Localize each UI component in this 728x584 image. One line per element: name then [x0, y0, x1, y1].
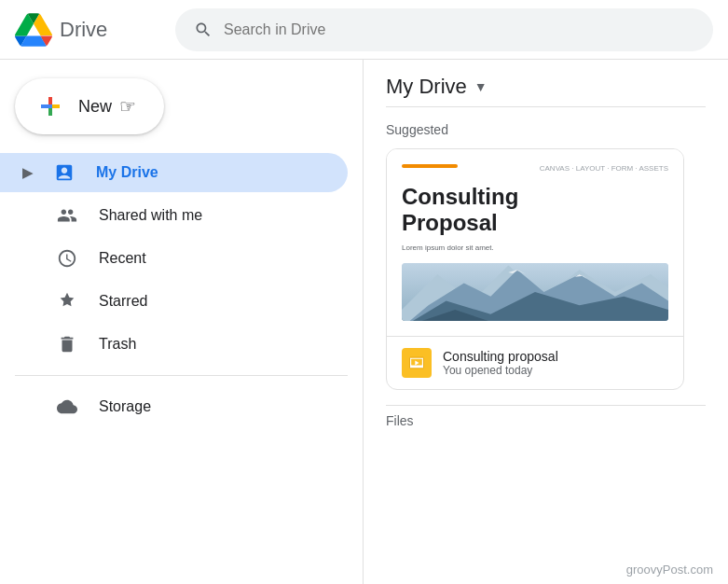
dropdown-arrow-icon[interactable]: ▼ — [474, 79, 488, 94]
drive-icon — [51, 162, 77, 183]
svg-rect-5 — [52, 104, 60, 108]
new-button-label: New — [78, 97, 112, 117]
slides-icon — [402, 348, 432, 378]
sidebar-item-trash-label: Trash — [99, 336, 136, 353]
content-area: My Drive ▼ Suggested CANVAS · LAYOUT · F… — [364, 60, 728, 584]
files-section-label: Files — [386, 405, 706, 428]
sidebar-divider — [15, 375, 348, 376]
new-button[interactable]: New ☞ — [15, 78, 164, 134]
sidebar-item-my-drive-label: My Drive — [96, 164, 158, 181]
sidebar-item-starred[interactable]: Starred — [0, 282, 348, 321]
logo-area: Drive — [15, 11, 164, 49]
file-thumbnail: CANVAS · LAYOUT · FORM · ASSETS Consulti… — [387, 149, 683, 336]
file-details: Consulting proposal You opened today — [443, 349, 558, 377]
search-bar[interactable] — [175, 8, 713, 51]
doc-subtitle: Lorem ipsum dolor sit amet. — [402, 243, 668, 252]
suggested-label: Suggested — [386, 122, 706, 137]
sidebar-item-my-drive[interactable]: ▶ My Drive — [0, 153, 348, 192]
watermark: groovyPost.com — [626, 563, 713, 577]
sidebar-item-recent[interactable]: Recent — [0, 239, 348, 278]
file-meta: You opened today — [443, 364, 558, 377]
doc-preview: CANVAS · LAYOUT · FORM · ASSETS Consulti… — [387, 149, 683, 336]
cursor-icon: ☞ — [119, 95, 136, 118]
sidebar-item-storage-label: Storage — [99, 398, 151, 415]
doc-mountain-image — [402, 263, 668, 321]
sidebar-item-shared[interactable]: Shared with me — [0, 196, 348, 235]
doc-top-bar: CANVAS · LAYOUT · FORM · ASSETS — [402, 164, 668, 173]
sidebar-item-storage[interactable]: Storage — [0, 387, 348, 426]
star-icon — [54, 291, 80, 312]
clock-icon — [54, 248, 80, 269]
people-icon — [54, 205, 80, 226]
app-title: Drive — [60, 18, 107, 42]
sidebar-item-recent-label: Recent — [99, 250, 146, 267]
search-input[interactable] — [224, 21, 694, 38]
trash-icon — [54, 334, 80, 355]
file-info: Consulting proposal You opened today — [387, 336, 683, 389]
main-layout: New ☞ ▶ My Drive Shared with me — [0, 60, 728, 584]
doc-top-text: CANVAS · LAYOUT · FORM · ASSETS — [540, 164, 668, 173]
drive-logo-icon — [15, 11, 52, 49]
svg-rect-6 — [48, 108, 52, 116]
sidebar-item-starred-label: Starred — [99, 293, 147, 310]
file-name: Consulting proposal — [443, 349, 558, 364]
content-title-bar: My Drive ▼ — [386, 75, 706, 107]
doc-orange-accent — [402, 164, 458, 168]
cloud-icon — [54, 396, 80, 417]
sidebar: New ☞ ▶ My Drive Shared with me — [0, 60, 364, 584]
header: Drive — [0, 0, 728, 60]
doc-title-line1: Consulting Proposal — [402, 184, 668, 236]
svg-rect-7 — [41, 104, 48, 108]
file-card-consulting[interactable]: CANVAS · LAYOUT · FORM · ASSETS Consulti… — [386, 148, 684, 390]
sidebar-item-shared-label: Shared with me — [99, 207, 202, 224]
plus-icon — [37, 93, 63, 119]
page-title: My Drive — [386, 75, 467, 99]
svg-rect-4 — [48, 97, 52, 104]
search-icon — [194, 21, 213, 39]
sidebar-item-trash[interactable]: Trash — [0, 325, 348, 364]
expand-arrow-icon: ▶ — [22, 165, 33, 180]
